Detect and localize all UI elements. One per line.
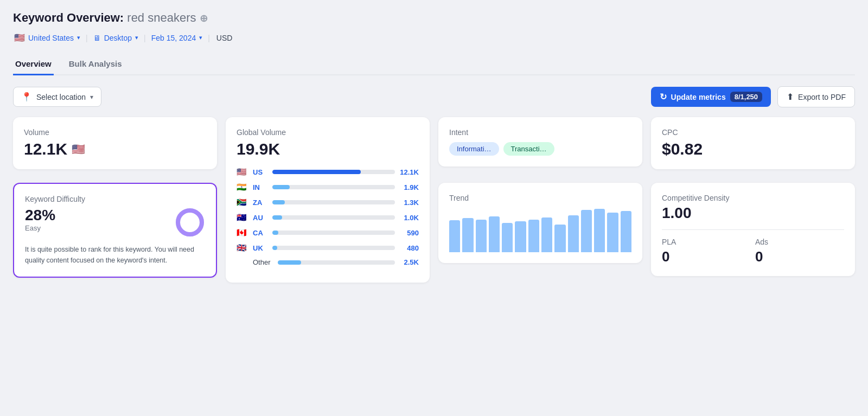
volume-card: Volume 12.1K 🇺🇸 xyxy=(13,117,217,169)
export-label: Export to PDF xyxy=(798,93,846,101)
tab-bulk-analysis[interactable]: Bulk Analysis xyxy=(67,54,124,75)
country-bar-container xyxy=(272,215,395,220)
country-code: US xyxy=(253,168,268,176)
update-metrics-button[interactable]: ↻ Update metrics 8/1,250 xyxy=(651,87,771,107)
title-prefix: Keyword Overview: xyxy=(13,11,124,24)
kd-percent: 28% xyxy=(25,207,55,224)
device-chevron-icon: ▾ xyxy=(135,34,138,41)
tabs-row: Overview Bulk Analysis xyxy=(13,54,855,75)
country-bar-container xyxy=(272,200,395,204)
ads-label: Ads xyxy=(755,238,844,246)
trend-bar xyxy=(502,223,513,252)
country-bar xyxy=(272,231,278,235)
date-chevron-icon: ▾ xyxy=(199,34,202,41)
location-filter[interactable]: 🇺🇸 United States ▾ xyxy=(13,30,81,45)
trend-bar xyxy=(449,220,460,252)
trend-bar xyxy=(515,221,526,252)
country-bar xyxy=(272,170,361,174)
country-row: 🇦🇺 AU 1.0K xyxy=(237,213,419,222)
country-bar xyxy=(272,200,285,204)
country-flag: 🇿🇦 xyxy=(237,197,248,207)
other-volume: 2.5K xyxy=(399,258,419,266)
update-metrics-label: Update metrics xyxy=(671,93,726,101)
trend-label: Trend xyxy=(449,194,631,202)
trend-bar xyxy=(621,211,631,252)
select-location-button[interactable]: 📍 Select location ▾ xyxy=(13,87,101,107)
intent-tag-informational: Informati… xyxy=(449,142,499,156)
trend-bar xyxy=(476,220,487,252)
intent-tags: Informati…Transacti… xyxy=(449,142,631,156)
intent-tag-transactional: Transacti… xyxy=(503,142,554,156)
trend-card: Trend xyxy=(438,183,642,263)
header: Keyword Overview: red sneakers ⊕ 🇺🇸 Unit… xyxy=(13,11,855,45)
country-flag: 🇮🇳 xyxy=(237,182,248,192)
pla-item: PLA 0 xyxy=(662,238,751,265)
pla-label: PLA xyxy=(662,238,751,246)
country-code: IN xyxy=(253,183,268,191)
metrics-card: Competitive Density 1.00 PLA 0 Ads 0 xyxy=(651,183,855,276)
country-volume: 590 xyxy=(399,229,419,237)
toolbar: 📍 Select location ▾ ↻ Update metrics 8/1… xyxy=(13,86,855,107)
location-pin-icon: 📍 xyxy=(21,92,32,102)
other-bar-container xyxy=(278,260,395,265)
location-flag: 🇺🇸 xyxy=(14,33,25,43)
ads-item: Ads 0 xyxy=(755,238,844,265)
volume-flag: 🇺🇸 xyxy=(72,143,85,156)
country-bar xyxy=(272,185,290,189)
country-row: 🇬🇧 UK 480 xyxy=(237,243,419,253)
svg-point-1 xyxy=(178,210,202,234)
country-volume: 1.3K xyxy=(399,199,419,207)
location-label: United States xyxy=(28,34,74,42)
toolbar-right: ↻ Update metrics 8/1,250 ⬆ Export to PDF xyxy=(651,86,855,107)
country-row: 🇿🇦 ZA 1.3K xyxy=(237,197,419,207)
volume-number: 12.1K xyxy=(24,140,67,158)
kd-description: It is quite possible to rank for this ke… xyxy=(25,244,205,266)
kd-easy-label: Easy xyxy=(25,224,55,232)
export-icon: ⬆ xyxy=(787,92,794,102)
add-keyword-icon[interactable]: ⊕ xyxy=(200,13,208,24)
date-filter[interactable]: Feb 15, 2024 ▾ xyxy=(150,31,204,44)
country-volume: 480 xyxy=(399,244,419,252)
country-bar xyxy=(272,215,282,220)
kd-donut-chart xyxy=(175,207,205,238)
device-icon: 🖥 xyxy=(93,34,101,42)
other-label: Other xyxy=(253,258,273,266)
country-flag: 🇺🇸 xyxy=(237,167,248,177)
pla-value: 0 xyxy=(662,248,751,265)
device-filter[interactable]: 🖥 Desktop ▾ xyxy=(92,31,139,44)
trend-bar xyxy=(462,218,473,252)
metrics-count-badge: 8/1,250 xyxy=(730,92,762,102)
pla-ads-row: PLA 0 Ads 0 xyxy=(662,238,844,265)
cpc-label: CPC xyxy=(662,128,844,137)
kd-top-row: 28% Easy xyxy=(25,207,205,238)
country-row: 🇺🇸 US 12.1K xyxy=(237,167,419,177)
cd-label: Competitive Density xyxy=(662,194,844,202)
country-volume: 1.9K xyxy=(399,183,419,191)
intent-label: Intent xyxy=(449,128,631,137)
trend-bar xyxy=(594,209,605,252)
select-location-chevron-icon: ▾ xyxy=(90,93,93,101)
tab-overview[interactable]: Overview xyxy=(13,54,54,75)
country-flag: 🇬🇧 xyxy=(237,243,248,253)
select-location-label: Select location xyxy=(36,93,86,101)
title-keyword: red sneakers xyxy=(127,11,196,24)
country-code: UK xyxy=(253,244,268,252)
export-button[interactable]: ⬆ Export to PDF xyxy=(777,86,855,107)
global-volume-label: Global Volume xyxy=(237,128,419,137)
country-flag: 🇨🇦 xyxy=(237,228,248,238)
location-chevron-icon: ▾ xyxy=(77,34,80,41)
global-volume-card: Global Volume 19.9K 🇺🇸 US 12.1K 🇮🇳 IN 1.… xyxy=(226,117,430,283)
page-title: Keyword Overview: red sneakers ⊕ xyxy=(13,11,855,25)
country-row: 🇨🇦 CA 590 xyxy=(237,228,419,238)
intent-card: Intent Informati…Transacti… xyxy=(438,117,642,167)
metrics-divider xyxy=(662,229,844,230)
trend-bar xyxy=(554,225,565,252)
country-row: 🇮🇳 IN 1.9K xyxy=(237,182,419,192)
kd-card: Keyword Difficulty 28% Easy It is quite … xyxy=(13,183,217,278)
currency-label: USD xyxy=(216,34,233,42)
filters-row: 🇺🇸 United States ▾ | 🖥 Desktop ▾ | Feb 1… xyxy=(13,30,855,45)
other-country-row: Other 2.5K xyxy=(237,258,419,266)
trend-bar xyxy=(528,220,539,252)
country-bar xyxy=(272,246,277,250)
kd-label: Keyword Difficulty xyxy=(25,195,205,203)
